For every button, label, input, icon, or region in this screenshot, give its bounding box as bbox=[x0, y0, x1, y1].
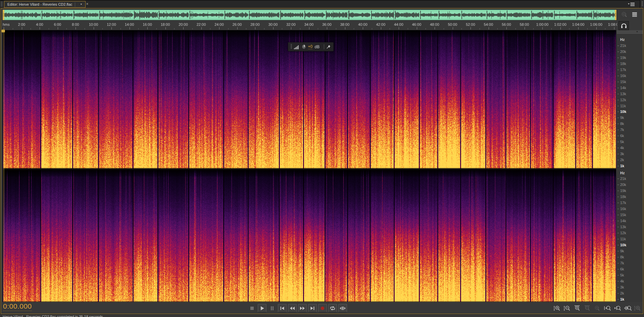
playhead-handle[interactable] bbox=[1, 29, 5, 33]
scale-header-strip[interactable]: ▼ bbox=[617, 30, 643, 35]
volume-value[interactable]: +0 bbox=[308, 45, 313, 49]
freq-label: 4k bbox=[620, 146, 624, 150]
freq-label: 15k bbox=[620, 213, 626, 217]
ruler-tick bbox=[219, 27, 219, 29]
freq-tick bbox=[617, 130, 619, 130]
freq-label: 17k bbox=[620, 68, 626, 72]
ruler-label: 42:00 bbox=[376, 22, 386, 26]
freq-label: 14k bbox=[620, 219, 626, 223]
zoom-full-button[interactable] bbox=[633, 304, 642, 312]
stop-button[interactable] bbox=[248, 304, 256, 312]
pause-button[interactable] bbox=[268, 304, 277, 312]
overview-right-handle[interactable] bbox=[615, 10, 616, 20]
headphone-button[interactable] bbox=[618, 21, 629, 30]
freq-tick bbox=[617, 251, 619, 251]
waveform-overview[interactable] bbox=[3, 9, 617, 20]
time-display[interactable]: 0:00.000 bbox=[3, 302, 32, 311]
ruler-minor-tick bbox=[85, 28, 85, 29]
zoom-in-time-button[interactable] bbox=[573, 304, 582, 312]
ruler-tick bbox=[94, 27, 94, 29]
ruler-label: 18:00 bbox=[161, 22, 170, 26]
ruler-tick bbox=[470, 27, 471, 29]
ruler-tick bbox=[22, 27, 22, 29]
ruler-label: 1:04:00 bbox=[572, 22, 585, 26]
skip-to-start-button[interactable] bbox=[278, 304, 287, 312]
ruler-tick bbox=[614, 27, 614, 29]
zoom-in-amplitude-button[interactable] bbox=[552, 304, 561, 312]
fast-forward-button[interactable] bbox=[298, 304, 307, 312]
freq-label: 17k bbox=[620, 201, 626, 205]
tab-divider bbox=[75, 2, 75, 7]
zoom-out-time-button[interactable] bbox=[583, 304, 592, 312]
freq-label: 5k bbox=[620, 273, 624, 277]
ruler-tick bbox=[560, 27, 561, 29]
freq-label: 16k bbox=[620, 74, 626, 78]
skip-selection-button[interactable] bbox=[338, 304, 347, 312]
freq-label: 7k bbox=[620, 128, 624, 132]
skip-to-end-button[interactable] bbox=[308, 304, 317, 312]
zoom-in-right-selection-button[interactable] bbox=[613, 304, 622, 312]
spectrogram-right-channel[interactable] bbox=[3, 170, 616, 302]
panel-drag-grip[interactable] bbox=[1, 2, 3, 7]
freq-label: 20k bbox=[620, 183, 626, 187]
freq-label: 8k bbox=[620, 255, 624, 259]
ruler-minor-tick bbox=[102, 28, 103, 29]
ruler-minor-tick bbox=[390, 28, 390, 29]
hud-drag-grip[interactable] bbox=[291, 44, 292, 49]
panel-edge-grip[interactable] bbox=[640, 0, 644, 8]
freq-label: 1k bbox=[620, 164, 624, 168]
overview-left-handle[interactable] bbox=[3, 10, 4, 20]
zoom-to-selection-button[interactable] bbox=[623, 304, 632, 312]
ruler-label: 24:00 bbox=[214, 22, 224, 26]
tab-dropdown-icon[interactable]: ▼ bbox=[78, 1, 85, 7]
record-button[interactable] bbox=[318, 304, 327, 312]
freq-label: 6k bbox=[620, 134, 624, 138]
ruler-minor-tick bbox=[480, 28, 480, 29]
panel-menu-icon[interactable] bbox=[627, 2, 635, 7]
freq-tick bbox=[617, 275, 619, 275]
zoom-out-amplitude-button[interactable] bbox=[562, 304, 572, 312]
freq-label: 1k bbox=[620, 297, 624, 301]
ruler-tick bbox=[506, 27, 507, 29]
volume-hud[interactable]: +0 dB bbox=[288, 42, 334, 51]
freq-label: 9k bbox=[620, 249, 624, 253]
loop-playback-button[interactable] bbox=[328, 304, 337, 312]
freq-tick bbox=[617, 203, 619, 203]
freq-label: 2k bbox=[620, 158, 624, 162]
headphone-icon bbox=[620, 22, 628, 29]
pin-icon[interactable] bbox=[326, 45, 331, 49]
freq-label: 8k bbox=[620, 122, 624, 126]
ruler-minor-tick bbox=[569, 28, 569, 29]
editor-tab[interactable]: Editor: Herve Vilard - Reveries CD2.flac… bbox=[4, 1, 86, 8]
tab-close-icon[interactable]: × bbox=[85, 1, 90, 7]
timeline-ruler[interactable]: hms 2:004:006:008:0010:0012:0014:0016:00… bbox=[1, 21, 617, 30]
freq-tick bbox=[617, 299, 619, 300]
ruler-tick bbox=[111, 27, 112, 29]
freq-label: 16k bbox=[620, 207, 626, 211]
freq-label: 2k bbox=[620, 291, 624, 295]
ruler-minor-tick bbox=[372, 28, 372, 29]
freq-tick bbox=[617, 227, 619, 227]
rewind-button[interactable] bbox=[288, 304, 297, 312]
overview-zoom-out-icon[interactable] bbox=[620, 11, 628, 18]
ruler-label: 6:00 bbox=[54, 22, 61, 26]
channel-divider[interactable] bbox=[3, 169, 616, 170]
ruler-tick bbox=[130, 27, 130, 29]
zoom-out-full-button[interactable] bbox=[593, 304, 602, 312]
volume-knob[interactable] bbox=[302, 44, 306, 49]
ruler-minor-tick bbox=[174, 28, 175, 29]
ruler-label: 8:00 bbox=[72, 22, 79, 26]
editor-panel: hms 2:004:006:008:0010:0012:0014:0016:00… bbox=[1, 8, 643, 314]
ruler-label: 2:00 bbox=[18, 22, 25, 26]
ruler-label: 1:02:00 bbox=[554, 22, 566, 26]
play-button[interactable] bbox=[258, 304, 266, 312]
zoom-in-left-selection-button[interactable] bbox=[603, 304, 612, 312]
ruler-tick bbox=[58, 27, 58, 29]
ruler-tick bbox=[381, 27, 381, 29]
overview-menu-icon[interactable] bbox=[631, 11, 639, 18]
ruler-tick bbox=[542, 27, 543, 29]
scale-dropdown-icon[interactable]: ▼ bbox=[636, 30, 638, 33]
playhead-line[interactable] bbox=[4, 28, 4, 302]
ruler-tick bbox=[40, 27, 40, 29]
ruler-tick bbox=[201, 27, 202, 29]
